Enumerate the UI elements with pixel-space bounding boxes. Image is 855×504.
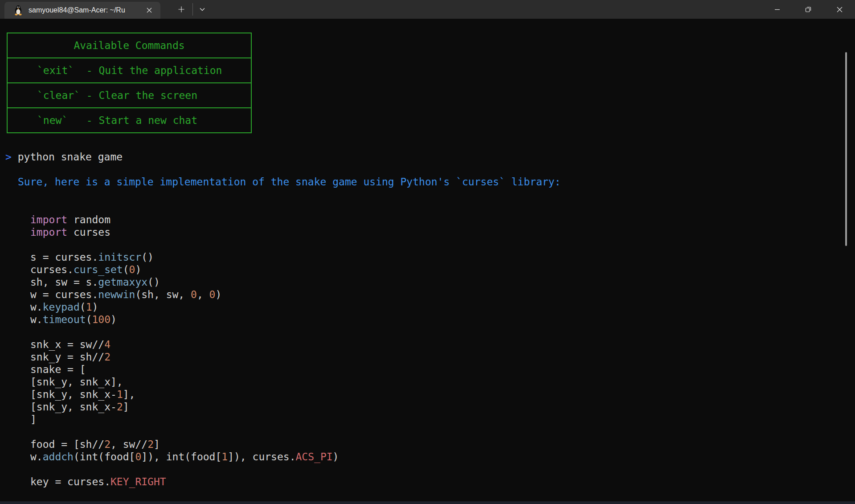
window-bottom-edge [0,501,855,504]
code-line: w.keypad(1) [30,301,339,313]
chevron-down-icon [200,8,205,11]
code-line: import random [30,213,339,226]
code-line: snake = [ [30,363,339,376]
code-line: [snk_y, snk_x-2] [30,401,339,413]
commands-table-row: `new` - Start a new chat [8,108,251,132]
code-line: w.timeout(100) [30,313,339,326]
code-line: import curses [30,226,339,238]
code-line: s = curses.initscr() [30,251,339,263]
window-controls [761,0,855,19]
code-line: key = curses.KEY_RIGHT [30,475,339,488]
commands-table-header: Available Commands [8,33,251,58]
tab-close-button[interactable] [143,4,156,16]
commands-table-row: `clear` - Clear the screen [8,83,251,108]
tab-bar-separator [192,3,193,16]
minimize-button[interactable] [761,0,793,19]
prompt-symbol: > [5,151,12,163]
commands-table-row: `exit` - Quit the application [8,58,251,83]
terminal-screen[interactable]: Available Commands `exit` - Quit the app… [0,19,855,501]
code-line: food = [sh//2, sw//2] [30,438,339,451]
close-window-button[interactable] [824,0,855,19]
code-line: sh, sw = s.getmaxyx() [30,276,339,288]
tab-dropdown-button[interactable] [196,3,209,16]
code-line: snk_y = sh//2 [30,351,339,363]
restore-button[interactable] [793,0,824,19]
code-line: [snk_y, snk_x-1], [30,388,339,401]
code-line: [snk_y, snk_x], [30,376,339,388]
code-line [30,326,339,338]
scrollbar-thumb[interactable] [845,52,847,246]
terminal-tab[interactable]: samyouel84@Sam-Acer: ~/Ru [4,2,160,19]
code-block: import randomimport cursess = curses.ini… [30,213,339,488]
close-icon [837,7,843,12]
plus-icon [178,6,184,12]
tux-penguin-icon [14,5,23,16]
code-line: snk_x = sw//4 [30,338,339,351]
code-line: curses.curs_set(0) [30,263,339,276]
code-line [30,426,339,438]
prompt-command: python snake game [18,151,123,163]
prompt-line: >python snake game [5,151,123,163]
code-line: ] [30,413,339,426]
title-bar: samyouel84@Sam-Acer: ~/Ru [0,0,855,19]
minimize-icon [774,7,780,12]
tab-title: samyouel84@Sam-Acer: ~/Ru [29,6,140,14]
code-line [30,238,339,251]
code-line: w.addch(int(food[0]), int(food[1]), curs… [30,451,339,463]
new-tab-button[interactable] [175,3,188,16]
available-commands-table: Available Commands `exit` - Quit the app… [7,33,252,133]
code-line [30,463,339,475]
restore-icon [805,6,811,12]
code-line: w = curses.newwin(sh, sw, 0, 0) [30,288,339,301]
assistant-message: Sure, here is a simple implementation of… [18,176,561,188]
close-icon [147,8,152,13]
terminal-window: samyouel84@Sam-Acer: ~/Ru [0,0,855,504]
